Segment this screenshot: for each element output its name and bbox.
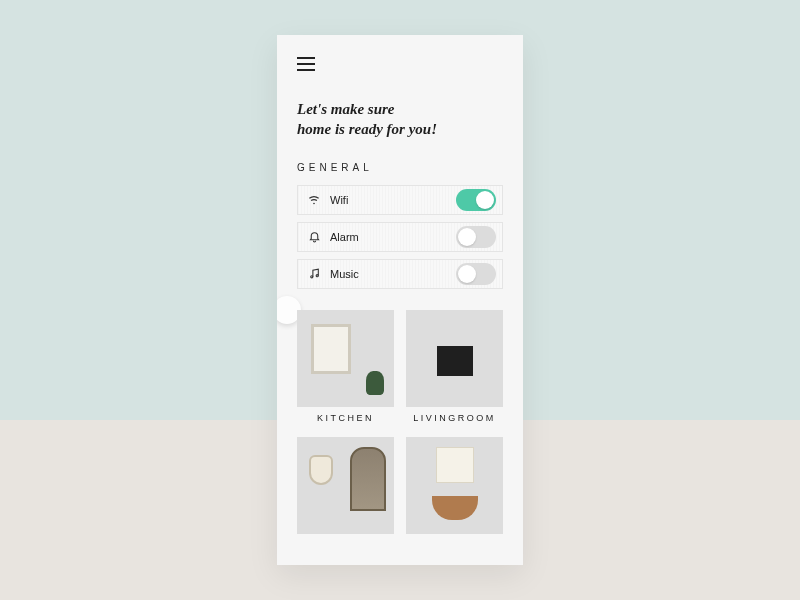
- room-image: [406, 310, 503, 407]
- toggle-alarm[interactable]: [456, 226, 496, 248]
- room-card-kitchen[interactable]: KITCHEN: [297, 310, 394, 425]
- toggle-row-alarm: Alarm: [297, 222, 503, 252]
- hamburger-menu-icon[interactable]: [297, 57, 315, 71]
- room-caption: [297, 534, 394, 542]
- music-icon: [306, 267, 322, 280]
- svg-point-0: [313, 202, 315, 204]
- room-caption: LIVINGROOM: [406, 407, 503, 425]
- toggle-label: Music: [330, 268, 456, 280]
- room-image: [406, 437, 503, 534]
- room-caption: KITCHEN: [297, 407, 394, 425]
- toggle-music[interactable]: [456, 263, 496, 285]
- heading-line-2: home is ready for you!: [297, 119, 503, 139]
- room-card-bedroom[interactable]: [297, 437, 394, 542]
- toggle-row-music: Music: [297, 259, 503, 289]
- room-caption: [406, 534, 503, 542]
- svg-point-1: [310, 276, 312, 278]
- room-image: [297, 437, 394, 534]
- rooms-grid: KITCHEN LIVINGROOM: [297, 310, 503, 542]
- toggle-wifi[interactable]: [456, 189, 496, 211]
- room-card-livingroom[interactable]: LIVINGROOM: [406, 310, 503, 425]
- bell-icon: [306, 230, 322, 243]
- page-heading: Let's make sure home is ready for you!: [297, 99, 503, 140]
- heading-line-1: Let's make sure: [297, 99, 503, 119]
- room-image: [297, 310, 394, 407]
- phone-screen: Let's make sure home is ready for you! G…: [277, 35, 523, 565]
- section-label-general: GENERAL: [297, 162, 503, 173]
- wifi-icon: [306, 193, 322, 207]
- toggle-label: Alarm: [330, 231, 456, 243]
- room-card-bathroom[interactable]: [406, 437, 503, 542]
- svg-point-2: [316, 275, 318, 277]
- toggle-row-wifi: Wifi: [297, 185, 503, 215]
- toggle-label: Wifi: [330, 194, 456, 206]
